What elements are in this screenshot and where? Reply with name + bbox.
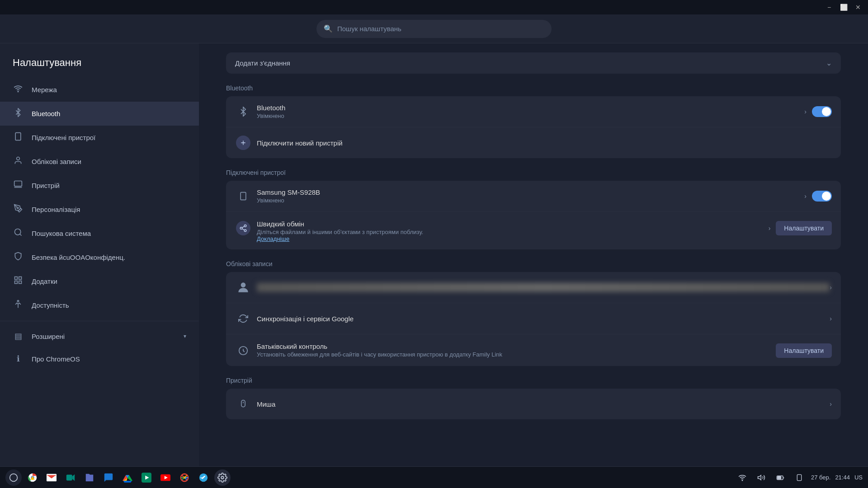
taskbar-settings[interactable] [214, 469, 231, 486]
svg-point-0 [18, 91, 19, 92]
sidebar-item-network[interactable]: Мережа [0, 78, 199, 102]
quick-share-circle-icon [236, 221, 250, 235]
device-section-heading: Пристрій [226, 377, 841, 384]
quick-share-row[interactable]: Швидкий обмін Діліться файлами й іншими … [226, 212, 841, 249]
taskbar-right: 27 бер. 21:44 US [735, 470, 863, 485]
grid-icon [13, 276, 24, 287]
bluetooth-chevron-icon: › [804, 108, 807, 115]
svg-rect-10 [19, 277, 22, 280]
person-icon [13, 156, 24, 167]
accessibility-icon [13, 300, 24, 311]
sidebar-item-device[interactable]: Пристрій [0, 174, 199, 197]
account-profile-row[interactable]: › [226, 272, 841, 303]
laptop-icon [13, 180, 24, 191]
quick-share-chevron-icon: › [769, 225, 771, 232]
sidebar: Налаштування Мережа Bluetooth [0, 43, 199, 466]
taskbar-photos[interactable] [176, 469, 193, 486]
svg-point-3 [17, 157, 20, 160]
quick-share-configure-button[interactable]: Налаштувати [776, 221, 832, 235]
parental-row[interactable]: Батьківський контроль Установіть обмежен… [226, 334, 841, 366]
tray-phone-icon[interactable] [792, 470, 807, 485]
mouse-row[interactable]: Миша › [226, 389, 841, 419]
sidebar-item-personalization-label: Персоналізація [32, 206, 80, 213]
sidebar-item-connected-devices[interactable]: Підключені пристрої [0, 126, 199, 150]
sidebar-item-addons-label: Додатки [32, 277, 57, 285]
connect-new-title: Підключити новий пристрій [257, 139, 832, 147]
taskbar-chat[interactable] [100, 469, 117, 486]
parental-configure-button[interactable]: Налаштувати [776, 343, 832, 358]
connect-new-device-row[interactable]: Підключити новий пристрій [226, 127, 841, 158]
svg-point-28 [10, 474, 18, 481]
minimize-button[interactable]: − [823, 1, 835, 14]
sidebar-item-accessibility-label: Доступність [32, 301, 69, 309]
add-connection-row[interactable]: Додати з'єднання ⌄ [226, 52, 841, 74]
sidebar-item-personalization[interactable]: Персоналізація [0, 197, 199, 221]
sidebar-item-accessibility[interactable]: Доступність [0, 293, 199, 317]
sidebar-item-about[interactable]: ℹ Про ChromeOS [0, 347, 199, 370]
phone-icon [235, 188, 251, 204]
bluetooth-toggle[interactable] [812, 106, 832, 117]
taskbar-play[interactable] [138, 469, 155, 486]
mouse-title: Миша [257, 400, 830, 408]
mouse-action: › [830, 400, 832, 408]
top-search-bar: 🔍 [0, 14, 868, 43]
taskbar-telegram[interactable] [195, 469, 212, 486]
search-input[interactable] [337, 25, 544, 33]
samsung-device-title: Samsung SM-S928B [257, 188, 804, 196]
quick-share-subtitle: Діліться файлами й іншими об'єктами з пр… [257, 229, 769, 242]
svg-point-20 [240, 227, 242, 230]
svg-rect-9 [15, 277, 18, 280]
svg-point-40 [221, 476, 224, 479]
search-bar[interactable]: 🔍 [316, 20, 552, 38]
taskbar-meet[interactable] [62, 469, 79, 486]
close-button[interactable]: ✕ [852, 1, 864, 14]
svg-line-8 [20, 234, 22, 236]
sidebar-item-bluetooth[interactable]: Bluetooth [0, 102, 199, 126]
bluetooth-card: Bluetooth Увімкнено › [226, 96, 841, 158]
taskbar-gmail[interactable] [43, 469, 60, 486]
parental-title: Батьківський контроль [257, 343, 776, 350]
taskbar-launcher[interactable] [5, 469, 22, 486]
samsung-toggle[interactable] [812, 191, 832, 202]
search-engine-icon [13, 228, 24, 239]
sync-action: › [830, 315, 832, 322]
bluetooth-item-row[interactable]: Bluetooth Увімкнено › [226, 96, 841, 127]
mouse-text: Миша [257, 400, 830, 408]
quick-share-icon [235, 220, 251, 236]
advanced-icon: ▤ [13, 331, 24, 341]
taskbar-drive[interactable] [119, 469, 136, 486]
sidebar-item-search-engine-label: Пошукова система [32, 230, 91, 237]
sidebar-title: Налаштування [0, 52, 199, 78]
mouse-icon [235, 396, 251, 412]
connected-devices-section-heading: Підключені пристрої [226, 169, 841, 176]
sync-icon [235, 310, 251, 327]
samsung-device-text: Samsung SM-S928B Увімкнено [257, 188, 804, 204]
brush-icon [13, 204, 24, 215]
accounts-card: › Синхронізація і сервіси Google › [226, 272, 841, 366]
svg-rect-1 [15, 133, 21, 141]
sidebar-item-security[interactable]: Безпека йсuOOAOконфіденц. [0, 245, 199, 269]
sidebar-advanced[interactable]: ▤ Розширені ▾ [0, 325, 199, 347]
bluetooth-item-subtitle: Увімкнено [257, 113, 804, 119]
sidebar-item-about-label: Про ChromeOS [32, 355, 80, 363]
tray-network-icon[interactable] [735, 470, 750, 485]
sidebar-item-search-engine[interactable]: Пошукова система [0, 221, 199, 245]
device-card: Миша › [226, 389, 841, 419]
sidebar-item-addons[interactable]: Додатки [0, 269, 199, 293]
samsung-device-row[interactable]: Samsung SM-S928B Увімкнено › [226, 181, 841, 212]
svg-point-13 [17, 300, 19, 302]
sync-title: Синхронізація і сервіси Google [257, 315, 830, 323]
maximize-button[interactable]: ⬜ [837, 1, 850, 14]
app-layout: 🔍 Налаштування Мережа [0, 14, 868, 466]
taskbar-chrome[interactable] [24, 469, 41, 486]
quick-share-link[interactable]: Докладніше [257, 235, 289, 242]
sidebar-item-accounts[interactable]: Облікові записи [0, 150, 199, 174]
taskbar-youtube[interactable] [157, 469, 174, 486]
svg-rect-26 [241, 400, 245, 407]
sidebar-item-security-label: Безпека йсuOOAOконфіденц. [32, 253, 125, 261]
sync-row[interactable]: Синхронізація і сервіси Google › [226, 303, 841, 334]
taskbar-files[interactable] [81, 469, 98, 486]
tray-battery-icon[interactable] [773, 470, 788, 485]
taskbar: 27 бер. 21:44 US [0, 466, 868, 488]
tray-volume-icon[interactable] [754, 470, 769, 485]
